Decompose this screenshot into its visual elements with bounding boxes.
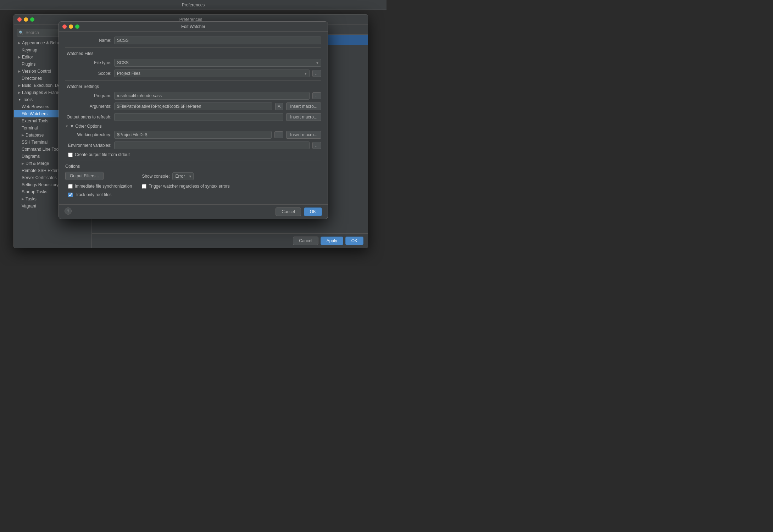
other-options-arrow-icon: ▼ <box>65 124 68 128</box>
output-filters-row: Output Filters... <box>65 172 132 180</box>
immediate-sync-label: Immediate file synchronization <box>75 184 132 189</box>
dialog-footer: ? Cancel OK <box>59 204 328 219</box>
program-label: Program: <box>65 93 111 98</box>
scope-row: Scope: Project Files ▼ ... <box>65 70 321 77</box>
show-console-row: Show console: Error ▼ <box>139 172 229 180</box>
edit-watcher-dialog: Edit Watcher Name: Watched Files File ty… <box>59 21 328 219</box>
watched-files-header: Watched Files <box>65 51 321 56</box>
other-options-header[interactable]: ▼ ▼ Other Options <box>65 124 321 129</box>
working-dir-insert-macro-button[interactable]: Insert macro... <box>286 131 321 139</box>
track-root-checkbox[interactable] <box>68 193 73 197</box>
trigger-watcher-row: Trigger watcher regardless of syntax err… <box>139 184 229 189</box>
env-vars-label: Environment variables: <box>65 143 111 148</box>
edit-watcher-overlay: Edit Watcher Name: Watched Files File ty… <box>0 0 386 266</box>
scope-select-wrap: Project Files ▼ <box>114 70 310 77</box>
create-output-checkbox[interactable] <box>68 153 73 157</box>
other-options-label: ▼ Other Options <box>70 124 102 129</box>
output-paths-label: Output paths to refresh: <box>65 115 111 120</box>
env-vars-row: Environment variables: ... <box>65 142 321 149</box>
options-section: Options Output Filters... Immediate file… <box>65 161 321 199</box>
file-type-select-wrap: SCSS ▼ <box>114 59 321 67</box>
dialog-maximize-button[interactable] <box>75 24 79 29</box>
program-row: Program: ... <box>65 92 321 100</box>
file-type-select[interactable]: SCSS <box>114 59 321 67</box>
name-label: Name: <box>65 38 111 43</box>
scope-select[interactable]: Project Files <box>114 70 310 77</box>
working-dir-label: Working directory: <box>65 132 111 137</box>
dialog-traffic-lights <box>62 24 79 29</box>
scope-label: Scope: <box>65 71 111 76</box>
trigger-watcher-checkbox[interactable] <box>142 184 146 189</box>
console-select[interactable]: Error <box>172 172 194 180</box>
file-type-label: File type: <box>65 60 111 65</box>
file-type-row: File type: SCSS ▼ <box>65 59 321 67</box>
output-paths-row: Output paths to refresh: Insert macro... <box>65 113 321 121</box>
dialog-ok-button[interactable]: OK <box>304 207 322 216</box>
help-icon: ? <box>67 209 69 213</box>
program-dots-button[interactable]: ... <box>312 92 321 99</box>
working-dir-input[interactable] <box>114 131 272 139</box>
scope-dots-button[interactable]: ... <box>312 70 321 77</box>
help-button[interactable]: ? <box>65 207 72 215</box>
track-root-row: Track only root files <box>65 192 132 197</box>
output-paths-insert-macro-button[interactable]: Insert macro... <box>286 113 321 121</box>
immediate-sync-row: Immediate file synchronization <box>65 184 132 189</box>
program-input[interactable] <box>114 92 310 100</box>
watched-files-separator <box>65 47 321 48</box>
dialog-close-button[interactable] <box>62 24 67 29</box>
working-dir-dots-button[interactable]: ... <box>274 131 283 138</box>
dialog-cancel-button[interactable]: Cancel <box>276 207 301 216</box>
output-filters-button[interactable]: Output Filters... <box>65 172 104 180</box>
create-output-row: Create output file from stdout <box>65 152 321 157</box>
dialog-minimize-button[interactable] <box>69 24 73 29</box>
watcher-settings-header: Watcher Settings <box>65 84 321 89</box>
options-section-label: Options <box>65 164 321 169</box>
dialog-title: Edit Watcher <box>181 24 205 29</box>
env-vars-dots-button[interactable]: ... <box>312 142 321 149</box>
watcher-settings-separator <box>65 80 321 81</box>
arguments-row: Arguments: ⇱ Insert macro... <box>65 102 321 110</box>
track-root-label: Track only root files <box>75 192 112 197</box>
arguments-label: Arguments: <box>65 104 111 109</box>
trigger-watcher-label: Trigger watcher regardless of syntax err… <box>149 184 229 189</box>
dialog-title-bar: Edit Watcher <box>59 22 328 32</box>
show-console-label: Show console: <box>142 174 169 179</box>
arguments-insert-macro-button[interactable]: Insert macro... <box>286 102 321 110</box>
immediate-sync-checkbox[interactable] <box>68 184 73 189</box>
arguments-expand-button[interactable]: ⇱ <box>275 103 283 110</box>
create-output-label: Create output file from stdout <box>75 152 130 157</box>
env-vars-input[interactable] <box>114 142 310 149</box>
console-select-wrap: Error ▼ <box>172 172 194 180</box>
dialog-body: Name: Watched Files File type: SCSS ▼ Sc… <box>59 32 328 204</box>
output-paths-input[interactable] <box>114 113 283 121</box>
name-row: Name: <box>65 37 321 44</box>
arguments-input[interactable] <box>114 102 272 110</box>
working-dir-row: Working directory: ... Insert macro... <box>65 131 321 139</box>
name-input[interactable] <box>114 37 321 44</box>
